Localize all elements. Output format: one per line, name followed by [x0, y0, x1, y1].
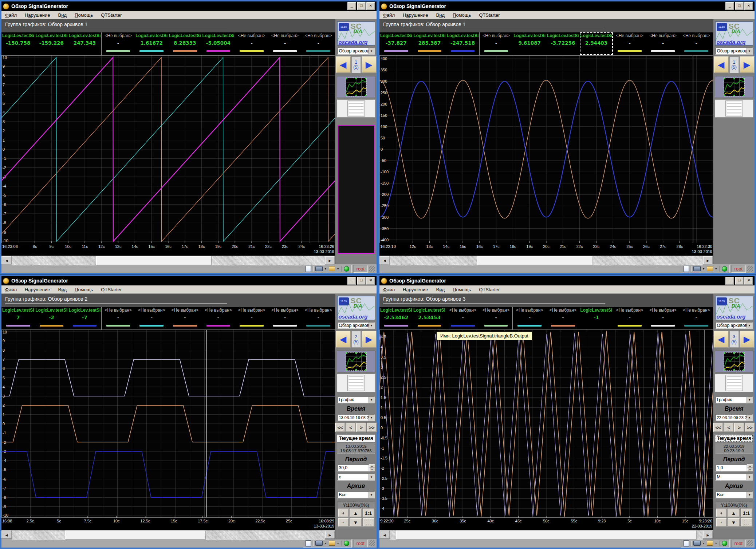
signal-column-10[interactable]: <Не выбран>- — [680, 307, 713, 329]
window-titlebar[interactable]: Обзор SignalGenerator_□× — [1, 276, 377, 285]
signal-column-8[interactable]: <Не выбран>- — [613, 307, 646, 329]
view-mode-select[interactable]: График▼ — [337, 396, 375, 403]
chart-area[interactable]: 4.543.532.521.510.50-0.5-1-1.5-2-2.5-3-3… — [379, 330, 713, 530]
signal-column-5[interactable]: <Не выбран>- — [513, 307, 546, 329]
menu-item-файл[interactable]: Файл — [383, 287, 395, 292]
scale-1-1-button[interactable]: 1:1 — [363, 509, 374, 517]
window-minimize-button[interactable]: _ — [347, 277, 356, 285]
signal-column-7[interactable]: LogicLev.testSi2.94403 — [580, 32, 613, 55]
period-unit-select[interactable]: М▼ — [715, 473, 753, 481]
scroll-up-button[interactable]: ▲ — [350, 509, 362, 517]
chevron-down-icon[interactable]: ▼ — [369, 323, 374, 328]
printer-icon[interactable] — [693, 541, 701, 546]
scroll-up-button[interactable]: ▲ — [728, 509, 740, 517]
chevron-down-icon[interactable]: ▼ — [337, 268, 339, 270]
signal-column-8[interactable]: <Не выбран>- — [235, 307, 268, 329]
signal-column-8[interactable]: <Не выбран>- — [613, 32, 646, 55]
window-titlebar[interactable]: Обзор SignalGenerator_□× — [379, 276, 755, 285]
scroll-down-button[interactable]: ▼ — [728, 518, 740, 527]
spin-up-icon[interactable]: ▲ — [369, 464, 375, 468]
scroll-track[interactable] — [390, 530, 703, 540]
signal-column-1[interactable]: LogicLev.testSi-2.53462 — [379, 307, 413, 329]
zoom-minus-button[interactable]: - — [716, 518, 727, 527]
time-step-button-0[interactable]: << — [335, 423, 345, 432]
signal-column-1[interactable]: LogicLev.testSi7 — [1, 307, 35, 329]
resize-grip[interactable] — [369, 266, 375, 272]
window-maximize-button[interactable]: □ — [735, 277, 744, 285]
chart-plot[interactable]: 109876543210-1-2-3-4-5-6-7-8-9-102.5с5с7… — [1, 330, 335, 530]
menu-item-вид[interactable]: Вид — [436, 287, 445, 292]
window-minimize-button[interactable]: _ — [725, 2, 734, 10]
chart-area[interactable]: 109876543210-1-2-3-4-5-6-7-8-9-108с9с10с… — [1, 55, 335, 256]
archive-group-select[interactable]: Обзор архивов 2▼ — [337, 322, 375, 329]
archive-group-select[interactable]: Обзор архивов 3▼ — [715, 322, 753, 329]
scroll-down-button[interactable]: ▼ — [350, 518, 362, 527]
graph-thumbnail[interactable] — [724, 78, 745, 96]
time-select[interactable]: 22.03.19 09:23:20▼ — [715, 414, 753, 421]
chart-plot[interactable]: 109876543210-1-2-3-4-5-6-7-8-9-108с9с10с… — [1, 55, 335, 256]
signal-column-4[interactable]: <Не выбран>- — [480, 307, 513, 329]
signal-column-10[interactable]: <Не выбран>- — [302, 32, 335, 55]
chevron-down-icon[interactable]: ▼ — [747, 415, 752, 420]
menu-item-помощь[interactable]: Помощь — [453, 12, 471, 18]
current-time-button[interactable]: Текущее время — [715, 434, 753, 442]
time-step-button-3[interactable]: >> — [367, 423, 377, 432]
signal-column-9[interactable]: <Не выбран>- — [646, 32, 680, 55]
signal-column-5[interactable]: LogicLev.testSi1.61672 — [135, 32, 168, 55]
window-close-button[interactable]: × — [744, 277, 753, 285]
chevron-down-icon[interactable]: ▼ — [324, 268, 327, 270]
chevron-down-icon[interactable]: ▼ — [324, 542, 327, 545]
menu-item-нарушение[interactable]: Нарушение — [25, 287, 50, 292]
window-close-button[interactable]: × — [366, 277, 375, 285]
menu-item-нарушение[interactable]: Нарушение — [403, 12, 428, 18]
window-maximize-button[interactable]: □ — [357, 277, 366, 285]
signal-column-7[interactable]: LogicLev.testSi-5.05004 — [202, 32, 235, 55]
signal-column-7[interactable]: <Не выбран>- — [202, 307, 235, 329]
export-icon[interactable] — [329, 266, 335, 271]
chevron-down-icon[interactable]: ▼ — [369, 48, 374, 54]
current-time-button[interactable]: Текущее время — [337, 434, 375, 442]
chevron-down-icon[interactable]: ▼ — [747, 474, 752, 480]
export-icon[interactable] — [707, 541, 713, 546]
menu-item-помощь[interactable]: Помощь — [75, 12, 93, 18]
chevron-down-icon[interactable]: ▼ — [747, 48, 752, 54]
signal-column-6[interactable]: LogicLev.testSi-3.72256 — [546, 32, 580, 55]
archive-select[interactable]: Все▼ — [337, 491, 375, 498]
chart-plot[interactable]: 400350300250200150100500-50-100-150-200-… — [379, 55, 713, 256]
selection-mode-button[interactable] — [363, 518, 374, 527]
scroll-track[interactable] — [390, 256, 703, 265]
menu-item-файл[interactable]: Файл — [383, 12, 395, 18]
scale-1-1-button[interactable]: 1:1 — [741, 509, 752, 517]
signal-column-2[interactable]: LogicLev.testSi-2 — [35, 307, 68, 329]
menu-item-qtstarter[interactable]: QTStarter — [479, 12, 500, 18]
chart-scrollbar[interactable]: ◀▶ — [379, 256, 713, 265]
chevron-down-icon[interactable]: ▼ — [369, 474, 374, 480]
scroll-thumb[interactable] — [396, 530, 697, 540]
time-step-button-3[interactable]: >> — [745, 423, 755, 432]
signal-column-3[interactable]: LogicLev.testSi-7 — [68, 307, 102, 329]
period-spinner[interactable]: 30,0▲▼ — [337, 464, 375, 471]
window-titlebar[interactable]: Обзор SignalGenerator_□× — [1, 1, 377, 11]
archive-group-select[interactable]: Обзор архивов 1▼ — [337, 47, 375, 55]
signal-column-2[interactable]: LogicLev.testSi-159.226 — [35, 32, 68, 55]
logo-site-link[interactable]: oscada.org — [339, 313, 368, 320]
time-step-button-1[interactable]: < — [724, 423, 734, 432]
chevron-down-icon[interactable]: ▼ — [715, 542, 717, 545]
menu-item-файл[interactable]: Файл — [5, 287, 17, 292]
chevron-down-icon[interactable]: ▼ — [702, 268, 705, 270]
signal-column-6[interactable]: <Не выбран>- — [546, 307, 580, 329]
document-thumbnail-panel[interactable] — [337, 374, 375, 392]
printer-icon[interactable] — [315, 541, 323, 546]
menu-item-вид[interactable]: Вид — [58, 12, 67, 18]
chevron-down-icon[interactable]: ▼ — [747, 397, 752, 403]
time-step-button-1[interactable]: < — [346, 423, 356, 432]
export-icon[interactable] — [707, 266, 713, 271]
chart-area[interactable]: 109876543210-1-2-3-4-5-6-7-8-9-102.5с5с7… — [1, 330, 335, 530]
menu-item-помощь[interactable]: Помощь — [75, 287, 93, 292]
menu-item-вид[interactable]: Вид — [58, 287, 67, 292]
graph-thumbnail[interactable] — [724, 352, 745, 371]
zoom-minus-button[interactable]: - — [338, 518, 349, 527]
resize-grip[interactable] — [369, 540, 375, 546]
scroll-thumb[interactable] — [477, 256, 593, 265]
next-page-button[interactable]: ▶ — [362, 56, 377, 73]
